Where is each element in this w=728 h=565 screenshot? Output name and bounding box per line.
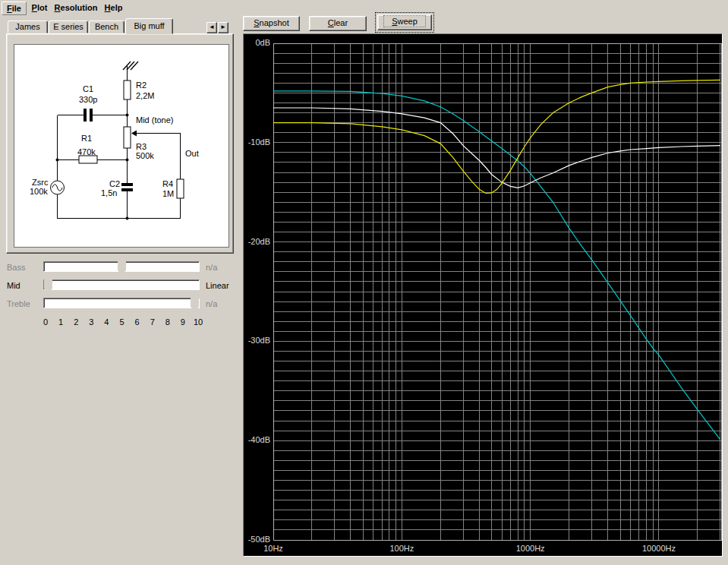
resistor-r2 [124,80,131,99]
axis-tick-label: -40dB [248,435,270,444]
axis-tick-label: 10Hz [263,544,283,553]
plot-canvas: 0dB-10dB-20dB-30dB-40dB-50dB10Hz100Hz100… [244,34,722,556]
clear-button[interactable]: Clear [309,16,367,31]
sweep-button-default-border: Sweep [375,12,434,33]
slider-scale-number: 6 [129,317,146,327]
bass-slider[interactable] [43,261,200,272]
mid-tone-label: Mid (tone) [136,115,174,125]
tab-james[interactable]: James [8,21,48,33]
slider-scale: 012345678910 [0,317,243,328]
slider-scale-number: 3 [83,317,99,327]
frequency-response-plot: 0dB-10dB-20dB-30dB-40dB-50dB10Hz100Hz100… [243,33,723,557]
tab-e-series[interactable]: E series [49,21,88,33]
resistor-r4 [177,179,184,198]
r2-name-label: R2 [136,80,147,90]
mid-slider-value: Linear [206,280,229,291]
mid-slider[interactable] [43,279,200,290]
axis-tick-label: 0dB [255,38,270,47]
mid-slider-label: Mid [7,280,20,291]
r2-value-label: 2,2M [136,91,154,100]
bass-slider-label: Bass [7,262,25,273]
c2-name-label: C2 [109,179,120,188]
sweep-button-label: Sweep [392,16,418,27]
slider-scale-number: 8 [159,317,176,327]
circuit-schematic-panel: C1 330p R2 2,2M Mid (tone) R1 470k R3 50… [14,44,229,248]
big-muff-circuit-diagram: C1 330p R2 2,2M Mid (tone) R1 470k R3 50… [14,45,228,247]
c2-value-label: 1,5n [101,188,117,197]
resistor-r1 [79,156,97,163]
out-label: Out [185,149,199,158]
r3-name-label: R3 [136,142,147,151]
capacitor-c2 [121,183,133,191]
axis-tick-label: -30dB [248,336,270,345]
axis-tick-label: 1000Hz [516,544,545,553]
snapshot-button[interactable]: Snapshot [243,16,300,31]
mid-slider-thumb[interactable] [44,279,52,293]
slider-scale-number: 9 [175,317,191,327]
tab-bench[interactable]: Bench [89,21,124,33]
menu-help[interactable]: Help [101,2,126,15]
zsrc-value-label: 100k [30,187,48,196]
clear-button-label: Clear [328,17,348,30]
menu-file[interactable]: File [2,2,27,15]
r1-name-label: R1 [81,134,92,143]
tab-scroll-right-button[interactable]: ► [218,22,228,33]
bass-slider-thumb[interactable] [118,260,126,275]
slider-scale-number: 7 [144,317,161,327]
menu-bar: File Plot Resolution Help [0,0,728,17]
slider-scale-number: 10 [190,317,206,327]
tab-scroll-left-button[interactable]: ◄ [206,22,217,33]
menu-plot[interactable]: Plot [28,2,51,15]
treble-slider[interactable] [43,298,200,308]
slider-scale-number: 1 [52,317,69,327]
arrow-left-icon: ◄ [209,24,215,30]
slider-scale-number: 4 [98,317,115,327]
potentiometer-r3 [124,127,131,148]
c1-value-label: 330p [79,95,97,104]
c1-name-label: C1 [83,84,93,93]
r1-value-label: 470k [77,147,96,156]
menu-resolution[interactable]: Resolution [52,2,99,15]
arrow-right-icon: ► [220,24,226,30]
tone-stack-calculator-window: { "menu_bar": { "items": [ { "label": "F… [0,0,728,565]
capacitor-c1 [84,109,93,122]
tab-big-muff[interactable]: Big muff [125,18,173,34]
slider-scale-number: 2 [68,317,84,327]
treble-slider-value: n/a [206,298,217,309]
slider-scale-number: 0 [37,317,54,327]
snapshot-button-label: Snapshot [254,17,289,30]
axis-tick-label: -10dB [248,137,270,147]
ground-symbol [123,62,138,70]
pot-wiper-arrow [131,131,137,137]
slider-scale-number: 5 [114,317,131,327]
sweep-button-focus-rect: Sweep [383,15,426,27]
axis-tick-label: 100Hz [389,544,414,553]
zsrc-name-label: Zsrc [32,178,49,187]
sweep-button[interactable]: Sweep [377,14,432,30]
treble-slider-thumb[interactable] [191,297,199,311]
r4-name-label: R4 [162,179,173,188]
axis-tick-label: -20dB [248,237,270,246]
bass-slider-value: n/a [206,262,217,273]
r4-value-label: 1M [162,189,174,198]
treble-slider-label: Treble [7,298,30,309]
axis-tick-label: -50dB [248,535,270,544]
r3-value-label: 500k [136,151,154,160]
axis-tick-label: 10000Hz [642,544,676,553]
